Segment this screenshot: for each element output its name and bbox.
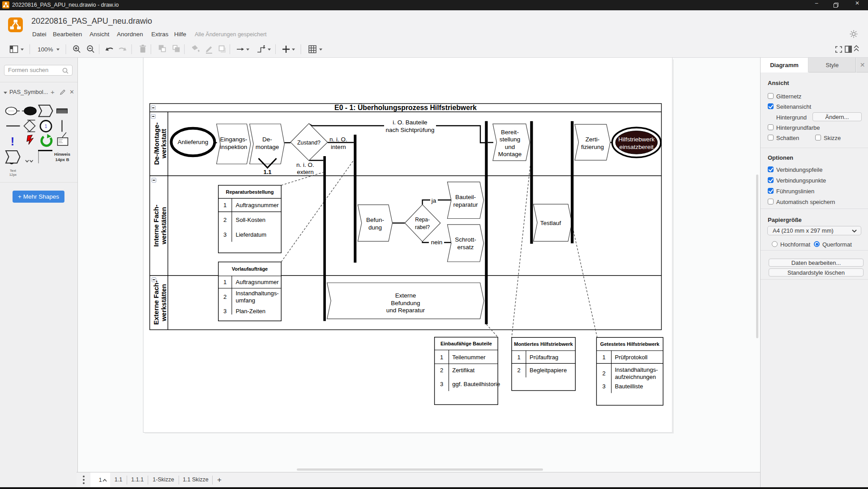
svg-text:Teilenummer: Teilenummer [452, 354, 486, 361]
svg-text:aufzeichnungen: aufzeichnungen [615, 374, 656, 380]
svg-text:Hinweis: Hinweis [54, 152, 70, 157]
svg-text:Instandhaltungs-: Instandhaltungs- [236, 290, 279, 297]
svg-text:Repa-: Repa- [415, 217, 430, 223]
svg-text:ja: ja [431, 197, 436, 204]
svg-text:Bauteil-: Bauteil- [455, 194, 476, 200]
svg-text:n. i. O.: n. i. O. [329, 136, 347, 143]
svg-text:Instandhaltungs-: Instandhaltungs- [615, 366, 658, 373]
svg-text:Eingangs-: Eingangs- [220, 136, 247, 143]
svg-text:werkstätten: werkstätten [160, 207, 167, 245]
svg-text:E0 - 1: Überholungsprozess Hil: E0 - 1: Überholungsprozess Hilfstriebwer… [334, 103, 477, 111]
svg-text:rabel?: rabel? [415, 224, 430, 230]
svg-text:stellung: stellung [500, 136, 521, 143]
svg-text:Hilfstriebwerk: Hilfstriebwerk [618, 136, 654, 143]
svg-text:12px: 12px [9, 173, 17, 177]
svg-text:Prüfprotokoll: Prüfprotokoll [615, 354, 648, 361]
svg-text:und Reparatur: und Reparatur [386, 307, 425, 314]
svg-text:14px B: 14px B [55, 157, 69, 162]
svg-text:n. i. O.: n. i. O. [296, 162, 314, 168]
svg-text:dung: dung [368, 224, 382, 231]
svg-text:umfang: umfang [236, 297, 255, 304]
svg-text:Externe: Externe [395, 292, 416, 299]
svg-text:Zertifikat: Zertifikat [452, 367, 475, 374]
svg-text:inspektion: inspektion [220, 144, 247, 150]
svg-text:Schrott-: Schrott- [455, 236, 476, 243]
svg-text:2: 2 [602, 370, 605, 377]
svg-text:3: 3 [440, 381, 443, 387]
svg-text:Testlauf: Testlauf [540, 220, 561, 226]
svg-text:2: 2 [517, 367, 520, 374]
svg-text:extern: extern [297, 169, 314, 175]
svg-text:!: ! [11, 135, 14, 148]
svg-text:1: 1 [440, 354, 443, 361]
svg-text:Auftragsnummer: Auftragsnummer [236, 202, 279, 208]
svg-text:montage: montage [256, 144, 279, 150]
svg-text:nach Sichtprüfung: nach Sichtprüfung [386, 127, 435, 133]
svg-text:Auftragsnummer: Auftragsnummer [236, 279, 279, 285]
svg-text:2: 2 [223, 217, 227, 223]
svg-text:Lieferdatum: Lieferdatum [236, 231, 267, 238]
svg-text:Montage: Montage [498, 151, 522, 157]
svg-text:reparatur: reparatur [453, 201, 478, 208]
svg-text:Befundung: Befundung [391, 300, 420, 306]
svg-text:1: 1 [45, 124, 47, 129]
svg-text:Prüfauftrag: Prüfauftrag [530, 354, 558, 361]
svg-text:3: 3 [602, 383, 605, 390]
svg-text:Montiertes Hilfstriebwerk: Montiertes Hilfstriebwerk [514, 341, 573, 347]
svg-text:3: 3 [223, 231, 227, 238]
svg-text:Zerti-: Zerti- [586, 136, 600, 143]
svg-text:1: 1 [602, 354, 605, 361]
svg-text:einsatzbereit: einsatzbereit [620, 144, 654, 150]
svg-text:intern: intern [331, 144, 346, 150]
svg-text:Anlieferung: Anlieferung [178, 139, 208, 145]
svg-text:ggf. Bauteilhistorie: ggf. Bauteilhistorie [452, 381, 500, 387]
svg-text:Text: Text [10, 169, 17, 173]
svg-text:Getestetes Hilfstriebwerk: Getestetes Hilfstriebwerk [600, 341, 660, 347]
svg-text:i. O. Bauteile: i. O. Bauteile [393, 119, 427, 126]
svg-text:Bauteilliste: Bauteilliste [615, 383, 643, 390]
svg-text:Vorlaufaufträge: Vorlaufaufträge [232, 266, 268, 272]
svg-text:Zustand?: Zustand? [297, 140, 321, 146]
svg-text:1: 1 [223, 279, 227, 285]
svg-text:2: 2 [223, 293, 227, 300]
svg-text:100%: 100% [38, 46, 53, 53]
svg-text:2: 2 [440, 367, 443, 374]
svg-text:und: und [505, 144, 515, 150]
svg-text:De-/Montage-: De-/Montage- [153, 123, 160, 165]
svg-text:Soll-Kosten: Soll-Kosten [236, 217, 265, 223]
svg-text:werkstätten: werkstätten [160, 284, 167, 322]
svg-text:Bereit-: Bereit- [501, 129, 519, 136]
svg-text:ersatz: ersatz [458, 244, 474, 251]
svg-text:werkstatt: werkstatt [160, 129, 167, 159]
svg-text:fizierung: fizierung [581, 144, 604, 150]
svg-text:Reparaturbestellung: Reparaturbestellung [226, 189, 274, 195]
svg-text:3: 3 [223, 308, 227, 315]
svg-text:nein: nein [431, 239, 443, 246]
svg-text:Befun-: Befun- [366, 217, 384, 223]
svg-text:1.1: 1.1 [263, 169, 271, 175]
svg-text:Begleitpapiere: Begleitpapiere [530, 367, 567, 374]
svg-text:Interne Fach-: Interne Fach- [153, 204, 160, 247]
svg-text:Plan-Zeiten: Plan-Zeiten [236, 308, 265, 315]
svg-text:1: 1 [517, 354, 520, 361]
svg-text:Einbaufähige Bauteile: Einbaufähige Bauteile [440, 341, 492, 346]
svg-text:1: 1 [223, 202, 227, 208]
svg-text:Externe Fach-: Externe Fach- [153, 281, 160, 325]
svg-text:De-: De- [262, 136, 272, 143]
